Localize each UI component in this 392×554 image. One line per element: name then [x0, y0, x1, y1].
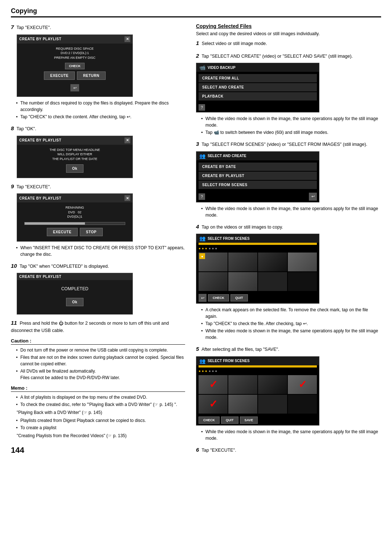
memo-header: Memo : [11, 385, 185, 392]
menu-create-by-date[interactable]: CREATE BY DATE [199, 163, 317, 171]
people-icon-3: 👥 [199, 358, 205, 364]
checkmark-1: ✓ [199, 375, 228, 394]
save-button-1[interactable]: SAVE [240, 416, 258, 424]
step-11: 11 Press and hold the ⏻ button for 2 sec… [11, 319, 185, 334]
scene-thumb-6[interactable] [228, 272, 257, 291]
right-step-4-label: 4 Tap on the videos or still images to c… [196, 223, 381, 231]
close-button-1[interactable]: ✕ [124, 36, 130, 42]
scene-thumb-s3[interactable] [258, 375, 287, 394]
screen-scenes-header-2: 👥 SELECT FROM SCENES [196, 357, 319, 365]
scene-thumb-7[interactable] [258, 272, 287, 291]
back-button-1[interactable]: ↩ [70, 84, 79, 91]
screen-create-playlist-2: CREATE BY PLAYLIST ✕ THE DISC TOP MENU H… [17, 136, 133, 178]
step-10: 10 Tap "OK" when "COMPLETED" is displaye… [11, 262, 185, 315]
scene-thumb-s5[interactable]: ✓ [199, 395, 228, 414]
scene-thumb-s7[interactable] [258, 395, 287, 414]
stop-button-1[interactable]: STOP [80, 228, 103, 236]
menu-select-and-create[interactable]: SELECT AND CREATE [199, 83, 317, 91]
scene-thumb-s1[interactable]: ✓ [199, 375, 228, 394]
screen-select-from-scenes-1: 👥 SELECT FROM SCENES ● ● ● ● ● ● ● [196, 234, 319, 304]
scene-thumb-s4[interactable]: ✓ [288, 375, 317, 394]
scene-thumb-s8[interactable] [288, 395, 317, 414]
scene-thumb-8[interactable] [288, 272, 317, 291]
bullet-7-1: The number of discs required to copy the… [17, 100, 185, 113]
people-icon-1: 👥 [199, 153, 205, 159]
step-7: 7 Tap "EXECUTE". CREATE BY PLAYLIST ✕ RE… [11, 23, 185, 120]
caution-list: Do not turn off the power or remove the … [17, 347, 185, 381]
execute-button-1[interactable]: EXECUTE [44, 71, 75, 80]
scene-thumb-4[interactable] [288, 253, 317, 271]
help-icon-2[interactable]: ? [199, 193, 205, 200]
check-button-1[interactable]: CHECK [65, 63, 85, 69]
scene-thumb-3[interactable] [258, 253, 287, 271]
right-step-6-label: 6 Tap "EXECUTE". [196, 446, 381, 454]
step-8: 8 Tap "OK". CREATE BY PLAYLIST ✕ THE DIS… [11, 124, 185, 178]
quit-button-1[interactable]: QUIT [230, 294, 248, 301]
screen-header-3: CREATE BY PLAYLIST ✕ [17, 194, 132, 202]
memo-ref-1: "Playing Back with a DVD Writer" (☞ p. 1… [17, 410, 185, 415]
check-button-3[interactable]: CHECK [199, 416, 220, 424]
step-9-label: 9 Tap "EXECUTE". [11, 182, 185, 191]
scene-thumb-s2[interactable] [228, 375, 257, 394]
section-intro: Select and copy the desired videos or st… [196, 31, 381, 36]
page-header: Copying [11, 7, 381, 17]
right-step-3: 3 Tap "SELECT FROM SCENES" (video) or "S… [196, 140, 381, 218]
back-nav-btn-1[interactable]: ↩ [309, 193, 317, 201]
dots-row-2: ● ● ● ● ● ● [196, 368, 319, 374]
ok-button-1[interactable]: Ok [66, 164, 83, 173]
menu-create-from-all[interactable]: CREATE FROM ALL [199, 74, 317, 82]
screen-select-create-header: 👥 SELECT AND CREATE [196, 152, 319, 160]
memo-section: Memo : A list of playlists is displayed … [11, 385, 185, 438]
page-container: Copying 7 Tap "EXECUTE". CREATE BY PLAYL… [0, 0, 392, 554]
close-button-3[interactable]: ✕ [124, 195, 130, 201]
right-step-4-bullets: A check mark appears on the selected fil… [202, 307, 381, 341]
r-bullet-4-3: While the video mode is shown in the ima… [202, 328, 381, 341]
screen-info-3: REMAININGDVD 02DVD(DL)1 [21, 205, 129, 219]
ok-button-2[interactable]: Ok [66, 298, 83, 306]
right-step-2: 2 Tap "SELECT AND CREATE" (video) or "SE… [196, 52, 381, 136]
quit-button-2[interactable]: QUIT [221, 416, 238, 424]
right-step-1: 1 Select video or still image mode. [196, 39, 381, 48]
screen-footer-2: ? ↩ [196, 191, 319, 202]
scene-thumb-2[interactable] [228, 253, 257, 271]
menu-create-by-playlist[interactable]: CREATE BY PLAYLIST [199, 172, 317, 180]
memo-ref-2: "Creating Playlists from the Recorded Vi… [17, 433, 185, 438]
yellow-progress-bar-1 [199, 243, 317, 245]
screen-select-from-scenes-2: 👥 SELECT FROM SCENES ● ● ● ● ● ● ✓ [196, 356, 319, 426]
scene-thumb-1[interactable]: ● [199, 253, 228, 271]
memo-list: A list of playlists is displayed on the … [17, 394, 185, 408]
right-step-5-label: 5 After selecting all the files, tap "SA… [196, 345, 381, 353]
scene-thumb-s6[interactable] [228, 395, 257, 414]
dots-row-1: ● ● ● ● ● ● [196, 246, 319, 251]
screen-scenes-header-1: 👥 SELECT FROM SCENES [196, 234, 319, 243]
left-column: 7 Tap "EXECUTE". CREATE BY PLAYLIST ✕ RE… [11, 23, 185, 458]
step-7-bullets: The number of discs required to copy the… [17, 100, 185, 120]
selected-dot-1: ● [199, 253, 205, 259]
progress-fill [25, 222, 85, 225]
people-icon-2: 👥 [199, 235, 205, 241]
memo-bullet-1: A list of playlists is displayed on the … [17, 394, 185, 401]
screen-info-2: THE DISC TOP MENU HEADLINEWILL DISPLAY E… [21, 148, 129, 161]
execute-button-2[interactable]: EXECUTE [47, 228, 78, 236]
r-bullet-2-2: Tap 📹 to switch between the video (60i) … [202, 129, 381, 136]
back-nav-btn-2[interactable]: ↩ [199, 294, 207, 302]
menu-playback[interactable]: PLAYBACK [199, 92, 317, 100]
video-backup-menu: CREATE FROM ALL SELECT AND CREATE PLAYBA… [196, 72, 319, 103]
scene-thumb-5[interactable] [199, 272, 228, 291]
memo-bullet-3: Playlists created from Digest Playback c… [17, 417, 185, 424]
help-icon-1[interactable]: ? [199, 104, 205, 111]
right-step-3-bullets: While the video mode is shown in the ima… [202, 205, 381, 218]
screen-video-backup: 📹 VIDEO BACKUP CREATE FROM ALL SELECT AN… [196, 63, 319, 112]
screen-header-1: CREATE BY PLAYLIST ✕ [17, 35, 132, 44]
step-11-label: 11 Press and hold the ⏻ button for 2 sec… [11, 319, 185, 334]
menu-select-from-scenes[interactable]: SELECT FROM SCENES [199, 181, 317, 189]
screen-body-4: COMPLETED Ok [17, 280, 132, 314]
return-button-1[interactable]: RETURN [77, 71, 106, 80]
memo-bullet-4: To create a playlist [17, 424, 185, 431]
check-button-2[interactable]: CHECK [208, 294, 229, 301]
page-number: 144 [11, 446, 185, 455]
close-button-2[interactable]: ✕ [124, 138, 130, 143]
screen-info-1: REQUIRED DISC SPACEDVD:2 / DVD(DL):1PREP… [21, 46, 129, 60]
screen-footer-1: ? [196, 103, 319, 112]
checkmark-2: ✓ [288, 375, 317, 394]
